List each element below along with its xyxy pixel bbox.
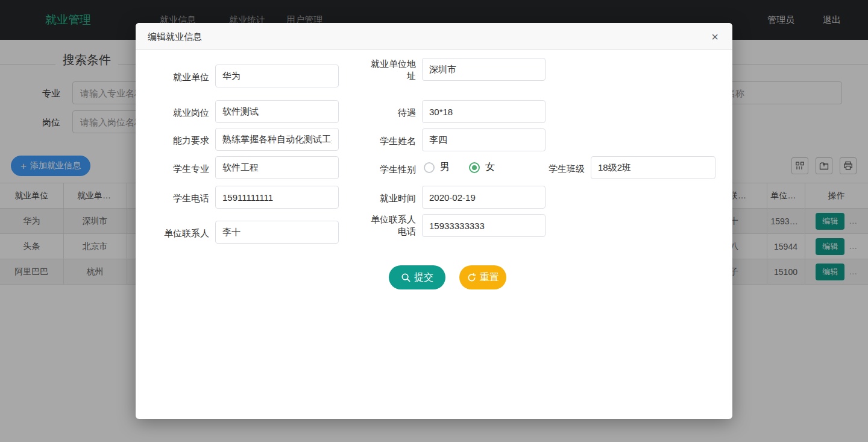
field-label-contact: 单位联系人	[152, 227, 209, 239]
modal-title: 编辑就业信息	[148, 31, 202, 42]
field-label-company: 就业单位	[152, 71, 209, 83]
contact-input[interactable]	[215, 221, 339, 244]
reset-button[interactable]: 重置	[459, 265, 506, 289]
submit-button[interactable]: 提交	[389, 265, 445, 289]
field-label-salary: 待遇	[369, 107, 416, 119]
field-label-student-major: 学生专业	[152, 163, 209, 175]
app-screen: 就业管理 就业信息 就业统计 用户管理 管理员 退出 搜索条件 专业 岗位 + …	[0, 0, 868, 442]
gender-radio-male[interactable]: 男	[424, 161, 450, 174]
field-label-post: 就业岗位	[152, 107, 209, 119]
field-label-employment-date: 就业时间	[369, 192, 416, 204]
search-icon	[401, 273, 411, 283]
company-input[interactable]	[215, 65, 339, 87]
student-name-input[interactable]	[422, 128, 546, 151]
gender-male-label: 男	[440, 161, 450, 174]
modal-header: 编辑就业信息 ×	[136, 23, 732, 50]
salary-input[interactable]	[422, 100, 546, 123]
field-label-contact-phone: 单位联系人电话	[369, 213, 416, 238]
refresh-icon	[467, 273, 477, 283]
employment-date-input[interactable]	[422, 186, 546, 209]
student-major-input[interactable]	[215, 156, 339, 179]
field-label-company-address: 就业单位地址	[369, 58, 416, 82]
student-phone-input[interactable]	[215, 186, 339, 209]
field-label-student-phone: 学生电话	[152, 192, 209, 204]
post-input-modal[interactable]	[215, 100, 339, 123]
contact-phone-input[interactable]	[422, 214, 546, 237]
gender-radio-group: 男 女	[424, 161, 495, 174]
radio-checked-icon	[469, 162, 480, 173]
student-class-input[interactable]	[591, 156, 715, 179]
radio-unchecked-icon	[424, 162, 435, 173]
company-address-input[interactable]	[422, 58, 546, 81]
close-icon[interactable]: ×	[707, 29, 723, 45]
gender-radio-female[interactable]: 女	[469, 161, 495, 174]
edit-employment-modal: 编辑就业信息 × 就业单位 就业单位地址 就业岗位 待遇 能力要求 学生姓名 学…	[136, 23, 732, 419]
ability-input[interactable]	[215, 128, 339, 151]
field-label-gender: 学生性别	[369, 163, 416, 175]
field-label-ability: 能力要求	[152, 134, 209, 147]
field-label-student-name: 学生姓名	[369, 135, 416, 147]
reset-label: 重置	[480, 271, 499, 284]
field-label-student-class: 学生班级	[539, 163, 585, 175]
submit-label: 提交	[414, 271, 433, 284]
gender-female-label: 女	[485, 161, 495, 174]
